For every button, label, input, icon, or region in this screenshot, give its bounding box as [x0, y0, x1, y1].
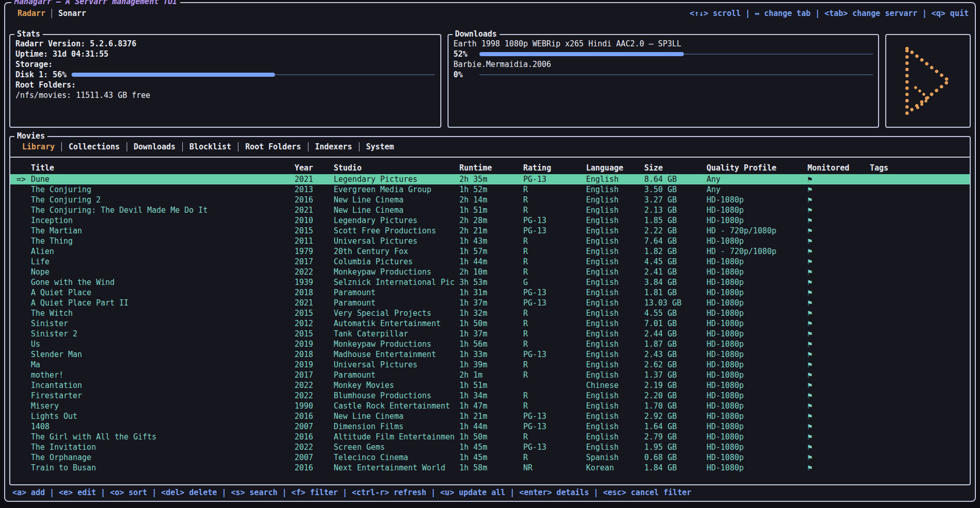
movie-studio-cell: Altitude Film Entertainmen: [334, 432, 459, 442]
movie-row[interactable]: Alien 1979 20th Century Fox 1h 57m R Eng…: [10, 246, 970, 257]
movie-quality-profile-cell: HD - 720p/1080p: [707, 226, 807, 236]
movie-title-cell: Inception: [31, 215, 295, 226]
movie-row[interactable]: The Orphanage 2007 Telecinco Cinema 1h 4…: [10, 452, 970, 463]
movie-studio-cell: Madhouse Entertainment: [334, 349, 459, 360]
monitored-flag-icon: ⚑: [807, 442, 870, 452]
movie-quality-profile-cell: HD-1080p: [707, 339, 807, 349]
movie-runtime-cell: 1h 32m: [459, 308, 523, 318]
movie-row[interactable]: The Conjuring 2013 Evergreen Media Group…: [10, 184, 970, 195]
movie-title-cell: A Quiet Place: [31, 287, 295, 298]
servarr-tab[interactable]: Radarr: [11, 9, 51, 18]
movie-row[interactable]: Inception 2010 Legendary Pictures 2h 28m…: [10, 215, 970, 226]
disk-usage-gauge: [72, 70, 435, 80]
movie-runtime-cell: 1h 52m: [459, 184, 523, 195]
movies-tab[interactable]: Root Folders: [238, 142, 307, 151]
movie-year-cell: 2016: [295, 463, 334, 473]
movie-language-cell: English: [586, 257, 644, 267]
movie-row[interactable]: mother! 2017 Paramount 2h 1m R English 1…: [10, 370, 970, 380]
movie-studio-cell: Selznick International Pic: [334, 277, 459, 287]
movie-quality-profile-cell: HD-1080p: [707, 391, 807, 401]
movie-row[interactable]: A Quiet Place Part II 2021 Paramount 1h …: [10, 298, 970, 308]
movie-row[interactable]: Firestarter 2022 Blumhouse Productions 1…: [10, 391, 970, 401]
movie-title-cell: 1408: [31, 421, 295, 432]
movie-row[interactable]: Life 2017 Columbia Pictures 1h 44m R Eng…: [10, 257, 970, 267]
downloads-panel-title: Downloads: [453, 29, 500, 39]
monitored-flag-icon: ⚑: [807, 205, 870, 215]
movie-language-cell: English: [586, 421, 644, 432]
movie-row[interactable]: Incantation 2022 Monkey Movies 1h 51m Ch…: [10, 380, 970, 391]
movie-row[interactable]: Lights Out 2016 New Line Cinema 1h 21m P…: [10, 411, 970, 421]
movie-year-cell: 1939: [295, 277, 334, 287]
movie-row[interactable]: A Quiet Place 2018 Paramount 1h 31m PG-1…: [10, 287, 970, 298]
movie-language-cell: English: [586, 267, 644, 277]
monitored-flag-icon: ⚑: [807, 329, 870, 339]
movie-language-cell: English: [586, 184, 644, 195]
movie-title-cell: Sinister: [31, 318, 295, 329]
movie-runtime-cell: 2h 35m: [459, 174, 523, 184]
monitored-flag-icon: ⚑: [807, 287, 870, 298]
movie-row[interactable]: The Conjuring: The Devil Made Me Do It 2…: [10, 205, 970, 215]
table-header-row: Title Year Studio Runtime Rating Languag…: [10, 162, 970, 174]
movie-quality-profile-cell: HD-1080p: [707, 329, 807, 339]
movies-tab[interactable]: Downloads: [127, 142, 182, 151]
movie-row[interactable]: The Thing 2011 Universal Pictures 1h 43m…: [10, 236, 970, 246]
movie-row[interactable]: Nope 2022 Monkeypaw Productions 2h 10m R…: [10, 267, 970, 277]
movie-runtime-cell: 2h 1m: [459, 370, 523, 380]
movie-row[interactable]: Misery 1990 Castle Rock Entertainment 1h…: [10, 401, 970, 411]
movie-row[interactable]: The Witch 2015 Very Special Projects 1h …: [10, 308, 970, 318]
movie-language-cell: English: [586, 401, 644, 411]
movie-row[interactable]: The Invitation 2022 Screen Gems 1h 45m P…: [10, 442, 970, 452]
movie-row[interactable]: The Girl with All the Gifts 2016 Altitud…: [10, 432, 970, 442]
movie-year-cell: 2011: [295, 236, 334, 246]
root-folders-label: Root Folders:: [15, 80, 435, 90]
movie-rating-cell: R: [523, 236, 586, 246]
movie-studio-cell: New Line Cinema: [334, 195, 459, 205]
movie-studio-cell: Paramount: [334, 298, 459, 308]
movie-rating-cell: R: [523, 432, 586, 442]
movie-size-cell: 2.92 GB: [644, 411, 707, 421]
top-keybind-hints: <↑↓> scroll | ↔ change tab | <tab> chang…: [690, 9, 969, 18]
movie-row[interactable]: Ma 2019 Universal Pictures 1h 39m R Engl…: [10, 360, 970, 370]
movie-runtime-cell: 1h 50m: [459, 432, 523, 442]
movies-table-body: => Dune 2021 Legendary Pictures 2h 35m P…: [10, 174, 970, 484]
movie-size-cell: 2.20 GB: [644, 391, 707, 401]
movies-tab[interactable]: Blocklist: [182, 142, 238, 151]
movie-row[interactable]: Sinister 2 2015 Tank Caterpillar 1h 37m …: [10, 329, 970, 339]
movie-studio-cell: Dimension Films: [334, 421, 459, 432]
movie-runtime-cell: 1h 37m: [459, 329, 523, 339]
radarr-version-line: Radarr Version: 5.2.6.8376: [15, 39, 435, 49]
movie-title-cell: mother!: [31, 370, 295, 380]
movie-language-cell: English: [586, 349, 644, 360]
movie-year-cell: 1979: [295, 246, 334, 257]
movie-row[interactable]: Us 2019 Monkeypaw Productions 1h 56m R E…: [10, 339, 970, 349]
movie-runtime-cell: 1h 44m: [459, 421, 523, 432]
movie-row[interactable]: The Conjuring 2 2016 New Line Cinema 2h …: [10, 195, 970, 205]
movie-quality-profile-cell: HD-1080p: [707, 442, 807, 452]
movie-quality-profile-cell: Any: [707, 174, 807, 184]
movies-tab[interactable]: System: [359, 142, 401, 151]
movies-tab[interactable]: Collections: [61, 142, 126, 151]
movie-quality-profile-cell: HD-1080p: [707, 277, 807, 287]
movie-row[interactable]: Gone with the Wind 1939 Selznick Interna…: [10, 277, 970, 287]
movies-tab[interactable]: Library: [15, 142, 61, 151]
movie-row[interactable]: The Martian 2015 Scott Free Productions …: [10, 226, 970, 236]
monitored-flag-icon: ⚑: [807, 421, 870, 432]
movie-row[interactable]: Sinister 2012 Automatik Entertainment 1h…: [10, 318, 970, 329]
movie-quality-profile-cell: HD-1080p: [707, 195, 807, 205]
movie-row[interactable]: => Dune 2021 Legendary Pictures 2h 35m P…: [10, 174, 970, 184]
movie-row[interactable]: Slender Man 2018 Madhouse Entertainment …: [10, 349, 970, 360]
movie-title-cell: Nope: [31, 267, 295, 277]
monitored-flag-icon: ⚑: [807, 215, 870, 226]
monitored-flag-icon: ⚑: [807, 318, 870, 329]
movie-row[interactable]: 1408 2007 Dimension Films 1h 44m PG-13 E…: [10, 421, 970, 432]
monitored-flag-icon: ⚑: [807, 226, 870, 236]
servarr-tab[interactable]: Sonarr: [51, 9, 92, 18]
movies-tab[interactable]: Indexers: [308, 142, 359, 151]
movie-studio-cell: Tank Caterpillar: [334, 329, 459, 339]
monitored-flag-icon: ⚑: [807, 360, 870, 370]
movie-size-cell: 1.64 GB: [644, 421, 707, 432]
movie-runtime-cell: 2h 21m: [459, 226, 523, 236]
movie-row[interactable]: Train to Busan 2016 Next Entertainment W…: [10, 463, 970, 473]
movie-studio-cell: Automatik Entertainment: [334, 318, 459, 329]
movie-year-cell: 2017: [295, 257, 334, 267]
